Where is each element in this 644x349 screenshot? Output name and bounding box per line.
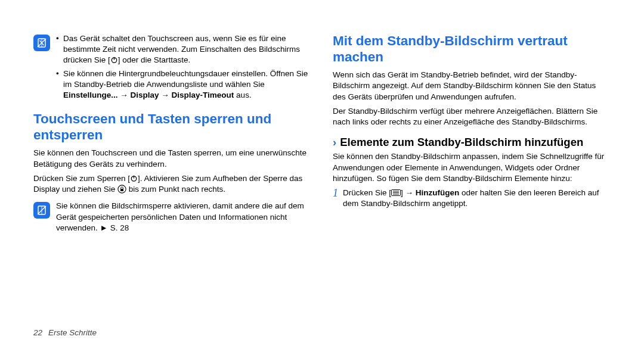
note-1-bullet-2: Sie können die Hintergrundbeleuchtungsda… [56, 68, 311, 101]
page-footer: 22 Erste Schritte [33, 328, 97, 337]
paragraph-standby-2: Der Standby-Bildschirm verfügt über mehr… [333, 106, 611, 127]
lock-icon [117, 185, 126, 194]
note-1-bullets: Das Gerät schaltet den Touchscreen aus, … [56, 33, 311, 103]
note-block-2: Sie können die Bildschirmsperre aktivier… [33, 201, 311, 233]
page-number: 22 [33, 328, 42, 337]
svg-rect-9 [120, 189, 123, 191]
right-column: Mit dem Standby-Bildschirm vertraut mach… [333, 33, 611, 242]
heading-standby: Mit dem Standby-Bildschirm vertraut mach… [333, 33, 611, 65]
note-icon [33, 35, 50, 51]
menu-icon [391, 189, 401, 196]
power-icon [130, 174, 138, 182]
paragraph-standby-1: Wenn sich das Gerät im Standby-Betrieb b… [333, 70, 611, 102]
note-1-bullet-1: Das Gerät schaltet den Touchscreen aus, … [56, 33, 311, 66]
subheading-add-elements: › Elemente zum Standby-Bildschirm hinzuf… [333, 136, 611, 149]
step-1-number: 1 [333, 188, 338, 198]
step-1-body: Drücken Sie [] → Hinzufügen oder halten … [343, 188, 611, 209]
power-icon [110, 56, 118, 64]
left-column: Das Gerät schaltet den Touchscreen aus, … [33, 33, 311, 242]
paragraph-add-elements: Sie können den Standby-Bildschirm anpass… [333, 151, 611, 184]
footer-section: Erste Schritte [48, 328, 97, 337]
note-2-text: Sie können die Bildschirmsperre aktivier… [56, 201, 311, 233]
note-icon [33, 202, 50, 219]
note-block-1: Das Gerät schaltet den Touchscreen aus, … [33, 33, 311, 103]
step-1: 1 Drücken Sie [] → Hinzufügen oder halte… [333, 188, 611, 209]
paragraph-lock-intro: Sie können den Touchscreen und die Taste… [33, 148, 311, 169]
heading-touchscreen-lock: Touchscreen und Tasten sperren und entsp… [33, 111, 311, 143]
paragraph-lock-action: Drücken Sie zum Sperren []. Aktivieren S… [33, 173, 311, 195]
chevron-right-icon: › [333, 136, 336, 149]
